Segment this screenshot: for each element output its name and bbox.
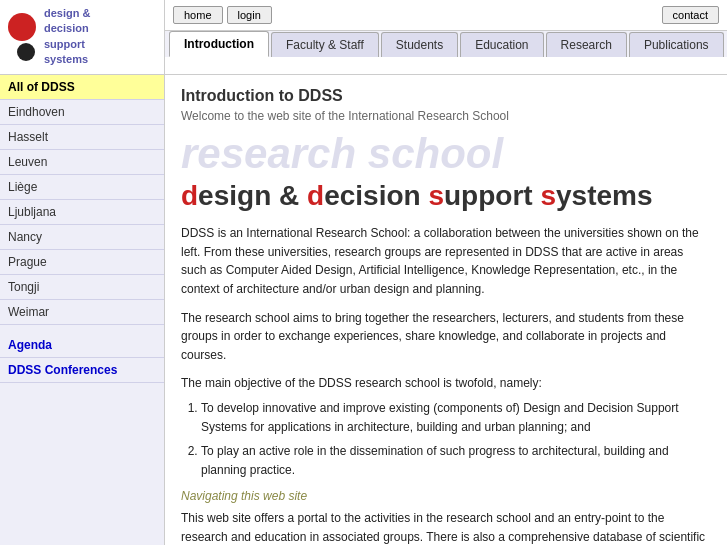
login-button[interactable]: login (227, 6, 272, 24)
sidebar-item-hasselt[interactable]: Hasselt (0, 125, 164, 150)
top-buttons-left: home login (173, 6, 272, 24)
sidebar-link-agenda[interactable]: Agenda (0, 333, 164, 358)
navigating-heading: Navigating this web site (181, 489, 711, 503)
tab-students[interactable]: Students (381, 32, 458, 57)
systems-s-icon: s (540, 180, 556, 211)
top-right: home login contact Introduction Faculty … (165, 0, 727, 74)
sidebar-item-prague[interactable]: Prague (0, 250, 164, 275)
sidebar-item-liege[interactable]: Liège (0, 175, 164, 200)
paragraph-3: The main objective of the DDSS research … (181, 374, 711, 479)
sidebar-item-weimar[interactable]: Weimar (0, 300, 164, 325)
logo-circle-black (17, 43, 35, 61)
paragraph-4: This web site offers a portal to the act… (181, 509, 711, 545)
logo-text: design & decision support systems (44, 6, 90, 68)
main: All of DDSS Eindhoven Hasselt Leuven Liè… (0, 75, 727, 545)
design-line: design & decision support systems (181, 179, 711, 213)
sidebar-item-ljubljana[interactable]: Ljubljana (0, 200, 164, 225)
top-buttons: home login contact (165, 0, 727, 30)
sidebar-section-links: Agenda DDSS Conferences (0, 333, 164, 383)
sidebar-item-tongji[interactable]: Tongji (0, 275, 164, 300)
paragraph-2: The research school aims to bring togeth… (181, 309, 711, 365)
paragraph-1: DDSS is an International Research School… (181, 224, 711, 298)
list-item-1: To develop innovative and improve existi… (201, 399, 711, 436)
objectives-list: To develop innovative and improve existi… (201, 399, 711, 479)
decision-d-icon: d (307, 180, 324, 211)
tab-introduction[interactable]: Introduction (169, 31, 269, 57)
page-title: Introduction to DDSS (181, 87, 711, 105)
sidebar-item-all-ddss[interactable]: All of DDSS (0, 75, 164, 100)
sidebar-item-leuven[interactable]: Leuven (0, 150, 164, 175)
logo-circle-red (8, 13, 36, 41)
page-subtitle: Welcome to the web site of the Internati… (181, 109, 711, 123)
nav-tabs: Introduction Faculty & Staff Students Ed… (165, 30, 727, 57)
sidebar-item-nancy[interactable]: Nancy (0, 225, 164, 250)
logo-area: design & decision support systems (0, 0, 165, 74)
design-d-icon: d (181, 180, 198, 211)
tab-research[interactable]: Research (546, 32, 627, 57)
content-area: Introduction to DDSS Welcome to the web … (165, 75, 727, 545)
sidebar: All of DDSS Eindhoven Hasselt Leuven Liè… (0, 75, 165, 545)
list-item-2: To play an active role in the disseminat… (201, 442, 711, 479)
sidebar-link-conferences[interactable]: DDSS Conferences (0, 358, 164, 383)
home-button[interactable]: home (173, 6, 223, 24)
support-s-icon: s (428, 180, 444, 211)
watermark-text: research school (181, 133, 711, 175)
logo-circles (8, 13, 36, 61)
sidebar-item-eindhoven[interactable]: Eindhoven (0, 100, 164, 125)
tab-education[interactable]: Education (460, 32, 543, 57)
tab-publications[interactable]: Publications (629, 32, 724, 57)
tab-faculty-staff[interactable]: Faculty & Staff (271, 32, 379, 57)
contact-button[interactable]: contact (662, 6, 719, 24)
